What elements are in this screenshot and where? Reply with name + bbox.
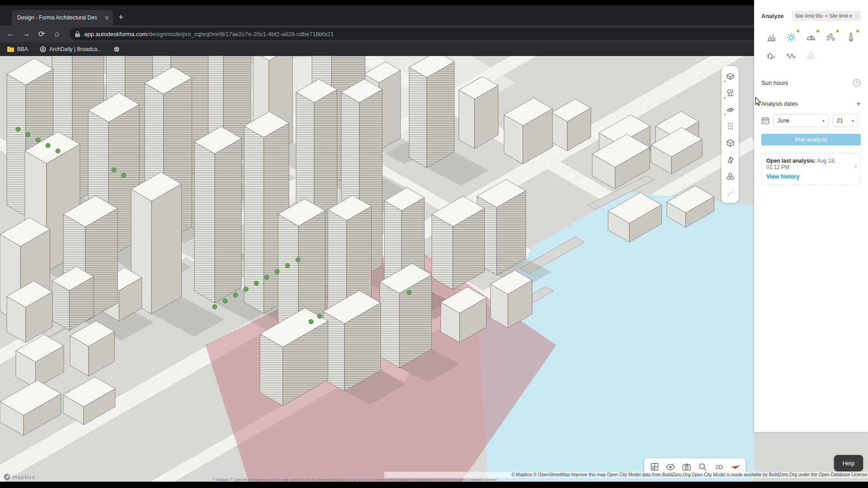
- bookmark-label: ArchDaily | Broadca...: [49, 46, 102, 52]
- bookmarks-bar: BBA ArchDaily | Broadca...: [0, 42, 868, 56]
- browser-tab-strip: Design - Forma Architectural Des ✕ + ⌄ —…: [0, 5, 868, 25]
- new-tab-button[interactable]: +: [118, 13, 123, 22]
- section-lines-tool-icon[interactable]: [724, 120, 736, 132]
- embodied-carbon-tool-icon[interactable]: [805, 50, 817, 62]
- chevron-down-icon: ▾: [852, 118, 854, 123]
- url-domain: app.autodeskforma.com: [84, 31, 147, 38]
- folder-icon: [7, 47, 14, 52]
- add-date-icon[interactable]: +: [856, 99, 861, 108]
- sun-hours-tool-icon[interactable]: [785, 32, 797, 43]
- analyze-panel: Analyze Site limit 95c + Site limit e ∷: [754, 0, 868, 432]
- analysis-scope-chip[interactable]: Site limit 95c + Site limit e ∷: [792, 11, 861, 21]
- microclimate-tool-icon[interactable]: [845, 32, 857, 43]
- results-badge: [816, 30, 819, 33]
- last-analysis-card[interactable]: Open last analysis: Aug 18, 01:12 PM › V…: [761, 153, 861, 185]
- daylight-potential-tool-icon[interactable]: [805, 32, 817, 43]
- back-button[interactable]: ←: [5, 28, 17, 40]
- browser-tab[interactable]: Design - Forma Architectural Des ✕: [12, 10, 113, 25]
- calendar-icon: [761, 117, 769, 125]
- chevron-down-icon: ▾: [822, 118, 825, 123]
- bookmark-globe[interactable]: [113, 46, 120, 52]
- bookmark-folder-bba[interactable]: BBA: [7, 46, 28, 52]
- map-attribution[interactable]: © Mapbox © OpenStreetMap Improve this ma…: [384, 472, 868, 478]
- run-analysis-button[interactable]: Run analysis: [761, 134, 861, 145]
- toggle-2d-button[interactable]: 2D: [713, 461, 725, 473]
- section-title: Sun hours: [761, 80, 788, 86]
- magic-wand-tool-icon[interactable]: [724, 187, 736, 199]
- scope-chip-grid-icon: ∷: [855, 14, 858, 19]
- forward-button[interactable]: →: [20, 28, 33, 40]
- volume-box-tool-icon[interactable]: [724, 136, 736, 149]
- bookmark-archdaily[interactable]: ArchDaily | Broadca...: [40, 46, 102, 52]
- archdaily-favicon: [40, 46, 46, 52]
- scope-chip-label: Site limit 95c + Site limit e: [795, 13, 852, 19]
- help-tooltip-icon[interactable]: ?: [853, 79, 861, 87]
- day-value: 21: [837, 117, 843, 124]
- visibility-eye-icon[interactable]: [665, 461, 676, 473]
- reload-button[interactable]: ⟳: [35, 28, 48, 40]
- month-value: June: [778, 117, 789, 124]
- sun-study-plane-icon[interactable]: [729, 461, 741, 473]
- prism-tool-icon[interactable]: [724, 153, 736, 166]
- panel-title: Analyze: [761, 13, 783, 19]
- surface-tool-icon[interactable]: [724, 103, 736, 116]
- wind-tool-icon[interactable]: [825, 32, 837, 43]
- map-3d-scene: [0, 56, 754, 488]
- mapbox-icon: [4, 474, 10, 480]
- assembly-cubes-tool-icon[interactable]: [724, 170, 736, 183]
- last-analysis-label: Open last analysis:: [766, 158, 816, 164]
- bookmark-label: BBA: [17, 46, 28, 52]
- browser-toolbar: ← → ⟳ ⌂ app.autodeskforma.com/designmode…: [0, 25, 868, 42]
- analysis-type-grid: [761, 32, 861, 62]
- noise-tool-icon[interactable]: [785, 50, 797, 62]
- tab-close-icon[interactable]: ✕: [104, 14, 109, 21]
- home-button[interactable]: ⌂: [51, 28, 63, 40]
- mapbox-logo[interactable]: mapbox: [4, 474, 35, 480]
- modeling-toolbar: [722, 66, 739, 203]
- help-button[interactable]: Help: [834, 455, 863, 471]
- map-attribution-secondary: © Mapbox © OpenStreetMap Improve this ma…: [212, 478, 867, 482]
- analysis-dates-label: Analysis dates: [761, 101, 798, 107]
- lock-icon: [75, 31, 80, 37]
- view-history-link[interactable]: View history: [766, 174, 850, 180]
- window-bottom-edge: [0, 482, 868, 488]
- area-metrics-tool-icon[interactable]: [765, 32, 777, 43]
- chevron-right-icon: ›: [855, 163, 857, 169]
- results-badge: [856, 30, 859, 33]
- mapbox-wordmark: mapbox: [12, 474, 35, 480]
- address-bar[interactable]: app.autodeskforma.com/designmode/pro_cqh…: [70, 28, 819, 40]
- vegetation-tool-icon[interactable]: [724, 86, 736, 99]
- url-path: /designmode/pro_cqhrq0mrt9/17ae2c7e-20c1…: [147, 31, 334, 38]
- results-badge: [836, 30, 839, 33]
- search-zoom-icon[interactable]: [697, 461, 709, 473]
- window-title-bar: [0, 0, 868, 5]
- globe-icon: [113, 46, 120, 52]
- day-select[interactable]: 21 ▾: [833, 114, 858, 127]
- camera-icon[interactable]: [681, 461, 693, 473]
- building-tool-icon[interactable]: [724, 70, 736, 82]
- solar-energy-tool-icon[interactable]: [765, 50, 777, 62]
- mouse-cursor: [754, 97, 762, 107]
- month-select[interactable]: June ▾: [774, 114, 829, 127]
- tab-title: Design - Forma Architectural Des: [17, 14, 102, 21]
- layers-grid-icon[interactable]: [649, 461, 660, 473]
- results-badge: [797, 30, 799, 33]
